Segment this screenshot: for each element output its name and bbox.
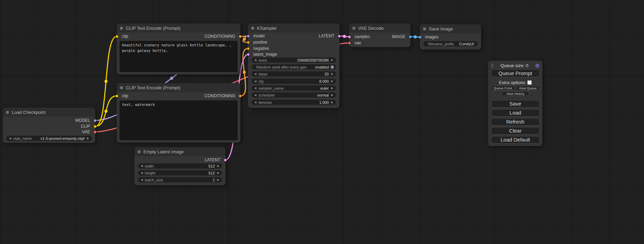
collapse-dot-icon[interactable] (352, 27, 355, 30)
output-slot-latent[interactable] (338, 35, 341, 38)
output-label-model: MODEL (75, 118, 90, 123)
arrow-right-icon[interactable]: ▶ (330, 85, 334, 91)
toggle-indicator[interactable] (330, 65, 334, 69)
arrow-right-icon[interactable]: ▶ (330, 57, 334, 63)
node-vae-decode[interactable]: VAE Decode samples vae IMAGE (349, 24, 411, 47)
link-midpoint-dot (414, 35, 417, 38)
input-slot-positive[interactable] (247, 41, 250, 44)
node-title-bar[interactable]: VAE Decode (349, 24, 411, 33)
arrow-left-icon[interactable]: ◀ (8, 136, 12, 141)
node-load-checkpoint[interactable]: Load Checkpoint MODEL CLIP VAE ◀ ckpt_na… (3, 108, 95, 143)
arrow-left-icon[interactable]: ◀ (140, 177, 143, 182)
menu-header: ⣿ Queue size: 0 ⚙ (491, 62, 540, 69)
arrow-right-icon[interactable]: ▶ (217, 163, 220, 169)
widget-value: enabled (315, 65, 329, 69)
clear-button[interactable]: Clear (491, 127, 540, 135)
node-title-bar[interactable]: Empty Latent Image (134, 147, 226, 156)
widget-height[interactable]: ◀ height 512 ▶ (138, 170, 222, 175)
node-title: CLIP Text Encode (Prompt) (126, 85, 180, 90)
node-empty-latent-image[interactable]: Empty Latent Image LATENT ◀ width 512 ▶ … (134, 147, 226, 185)
load-default-button[interactable]: Load Default (491, 136, 540, 144)
input-label-images: images (425, 35, 439, 39)
node-title: Empty Latent Image (143, 149, 184, 154)
arrow-right-icon[interactable]: ▶ (217, 170, 220, 175)
widget-ckpt-name[interactable]: ◀ ckpt_name v1-5-pruned-emaonly.ckpt ▶ (6, 136, 92, 141)
arrow-left-icon[interactable]: ◀ (254, 79, 257, 84)
output-slot-image[interactable] (409, 35, 412, 38)
link-midpoint-dot (170, 77, 173, 80)
input-slot-negative[interactable] (247, 47, 250, 50)
arrow-right-icon[interactable]: ▶ (330, 79, 334, 84)
node-title-bar[interactable]: Save Image (420, 24, 481, 33)
prompt-textarea[interactable]: beautiful scenery nature glass bottle la… (120, 41, 238, 72)
widget-denoise[interactable]: ◀ denoise 1.000 ▶ (252, 100, 336, 105)
output-slot-latent[interactable] (224, 159, 227, 162)
widget-width[interactable]: ◀ width 512 ▶ (138, 163, 222, 169)
collapse-dot-icon[interactable] (120, 27, 123, 30)
save-button[interactable]: Save (491, 100, 540, 108)
node-title-bar[interactable]: CLIP Text Encode (Prompt) (117, 83, 240, 92)
collapse-dot-icon[interactable] (138, 150, 141, 153)
input-slot-images[interactable] (418, 36, 422, 39)
arrow-left-icon[interactable]: ◀ (140, 163, 143, 169)
node-clip-text-encode-positive[interactable]: CLIP Text Encode (Prompt) clip CONDITION… (117, 24, 240, 74)
widget-label: batch_size (145, 178, 163, 182)
node-clip-text-encode-negative[interactable]: CLIP Text Encode (Prompt) clip CONDITION… (117, 83, 240, 143)
input-slot-model[interactable] (247, 35, 250, 38)
refresh-button[interactable]: Refresh (491, 118, 540, 126)
widget-seed[interactable]: ◀ seed 156680208700286 ▶ (252, 57, 336, 63)
widget-sampler-name[interactable]: ◀ sampler_name euler ▶ (252, 85, 336, 91)
input-slot-clip[interactable] (115, 94, 118, 98)
node-title-bar[interactable]: KSampler (248, 24, 339, 33)
arrow-left-icon[interactable]: ◀ (254, 92, 257, 98)
queue-front-button[interactable]: Queue Front (491, 86, 515, 90)
node-title-bar[interactable]: CLIP Text Encode (Prompt) (117, 24, 240, 33)
collapse-dot-icon[interactable] (251, 27, 254, 30)
output-slot-vae[interactable] (94, 130, 97, 134)
widget-batch-size[interactable]: ◀ batch_size 1 ▶ (138, 177, 222, 182)
queue-prompt-button[interactable]: Queue Prompt (491, 69, 540, 77)
queue-menu-panel: ⣿ Queue size: 0 ⚙ Queue Prompt Extra opt… (488, 61, 542, 146)
arrow-right-icon[interactable]: ▶ (330, 71, 334, 76)
widget-filename-prefix[interactable]: filename_prefix ComfyUI (423, 41, 478, 46)
output-slot-conditioning[interactable] (239, 35, 242, 38)
arrow-left-icon[interactable]: ◀ (254, 100, 257, 105)
widget-value: 8.000 (319, 79, 329, 83)
output-slot-clip[interactable] (94, 125, 97, 128)
arrow-right-icon[interactable]: ▶ (217, 177, 220, 182)
link-midpoint-dot (343, 35, 346, 38)
input-label-latent-image: latent_image (253, 52, 277, 57)
settings-gear-icon[interactable]: ⚙ (535, 63, 540, 68)
input-slot-latent-image[interactable] (247, 53, 250, 56)
node-save-image[interactable]: Save Image images filename_prefix ComfyU… (420, 24, 481, 49)
prompt-textarea[interactable]: text, watermark (120, 100, 238, 140)
node-ksampler[interactable]: KSampler model positive negative latent_… (248, 24, 339, 108)
arrow-right-icon[interactable]: ▶ (330, 100, 334, 105)
arrow-right-icon[interactable]: ▶ (330, 92, 334, 98)
widget-random-seed-toggle[interactable]: Random seed after every gen enabled (252, 64, 336, 70)
arrow-left-icon[interactable]: ◀ (254, 57, 257, 63)
view-history-button[interactable]: View History (502, 91, 529, 96)
widget-scheduler[interactable]: ◀ scheduler normal ▶ (252, 92, 336, 98)
output-label-conditioning: CONDITIONING (204, 93, 235, 98)
input-slot-clip[interactable] (115, 35, 118, 38)
arrow-left-icon[interactable]: ◀ (254, 71, 257, 76)
widget-cfg[interactable]: ◀ cfg 8.000 ▶ (252, 79, 336, 84)
collapse-dot-icon[interactable] (120, 86, 123, 89)
node-title-bar[interactable]: Load Checkpoint (3, 108, 95, 117)
input-slot-samples[interactable] (348, 35, 351, 38)
output-label-conditioning: CONDITIONING (204, 34, 235, 39)
collapse-dot-icon[interactable] (6, 111, 9, 114)
load-button[interactable]: Load (491, 109, 540, 117)
arrow-left-icon[interactable]: ◀ (140, 170, 143, 175)
view-queue-button[interactable]: View Queue (516, 86, 540, 90)
collapse-dot-icon[interactable] (423, 27, 426, 30)
extra-options-checkbox[interactable] (527, 80, 532, 85)
arrow-right-icon[interactable]: ▶ (86, 136, 90, 141)
output-slot-model[interactable] (94, 119, 97, 122)
drag-handle-icon[interactable]: ⣿ (491, 63, 494, 68)
input-slot-vae[interactable] (348, 42, 351, 45)
arrow-left-icon[interactable]: ◀ (254, 85, 257, 91)
widget-steps[interactable]: ◀ steps 20 ▶ (252, 71, 336, 76)
output-slot-conditioning[interactable] (239, 94, 242, 98)
